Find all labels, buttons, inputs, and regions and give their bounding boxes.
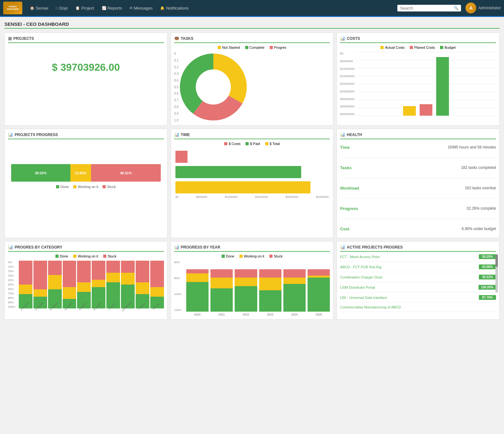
active-project-name[interactable]: Commercialise Manufacturing of ABCD <box>340 305 496 309</box>
health-time: Time 16985 hours and 58 minutes <box>340 145 496 150</box>
nav-reports[interactable]: 📈 Reports <box>99 4 125 12</box>
health-tasks-label: Tasks <box>340 165 351 170</box>
working-seg <box>136 282 149 294</box>
search-box[interactable]: 🔍 <box>397 5 461 11</box>
projects-title-label: PROJECTS <box>13 36 34 41</box>
projects-card-title: ▦ PROJECTS <box>8 36 164 43</box>
project-icon: 📋 <box>75 6 80 10</box>
active-project-name[interactable]: UDI - Universal Data Interface <box>340 296 476 300</box>
year-chart-icon: 📊 <box>174 245 179 250</box>
cat-legend: Done Working on it Stuck <box>8 254 164 258</box>
stuck-seg <box>106 261 120 273</box>
year-legend-done: Done <box>222 254 234 258</box>
active-badge: 100.00% <box>479 285 496 290</box>
projects-value: $ 39703926.00 <box>8 46 164 89</box>
time-x-labels: $0 $500000 $1000000 $1500000 $2000000 $2… <box>175 195 329 199</box>
cat-legend-stuck: Stuck <box>103 254 117 258</box>
dashboard-row-3: 📊 PROGRES BY CATEGORY Done Working on it… <box>4 241 500 320</box>
year-y-axis: 120% 100% 80% 60% <box>174 261 186 312</box>
category-card: 📊 PROGRES BY CATEGORY Done Working on it… <box>4 241 167 320</box>
active-project-name[interactable]: Combination Charger Dock <box>340 275 476 279</box>
nav-project[interactable]: 📋 Project <box>72 4 97 12</box>
tasks-card-title: 🍩 TASKS <box>174 36 330 43</box>
projects-card: ▦ PROJECTS $ 39703926.00 <box>4 33 167 126</box>
stuck-seg <box>150 261 164 287</box>
done-dot <box>56 185 59 188</box>
health-progress-label: Progress <box>340 206 358 211</box>
costs-card: 📊 COSTS Actual Costs Planed Costs Budget <box>337 33 500 126</box>
main-content: SENSEI - CEO DASHBOARD ▦ PROJECTS $ 3970… <box>0 17 504 324</box>
yr-working-seg <box>259 278 281 290</box>
active-item: UDI - Universal Data Interface87.76% <box>340 295 496 300</box>
nav-notifications[interactable]: 🔔 Notifications <box>157 4 192 12</box>
active-item: ABCD - FCT PCB Test Rig43.08% <box>340 264 496 269</box>
costs-dot <box>224 142 227 145</box>
legend-actual: Actual Costs <box>380 46 405 49</box>
nav-notifications-label: Notifications <box>166 6 188 11</box>
paid-label: $ Paid <box>250 142 260 146</box>
total-label: $ Total <box>270 142 280 146</box>
scrollbar-thumb[interactable] <box>495 254 498 267</box>
active-divider <box>340 282 496 282</box>
legend-progres: Progres <box>270 46 287 49</box>
yr-stuck-seg <box>259 269 281 278</box>
legend-complete: Complete <box>245 46 265 49</box>
active-project-name[interactable]: USM Distributor Portal <box>340 286 476 289</box>
projects-chart-icon: ▦ <box>8 36 12 41</box>
brand-logo-area[interactable]: KENDOMANAGER <box>3 2 22 14</box>
costs-time-bar <box>175 151 188 163</box>
yr-working-seg <box>283 278 306 284</box>
stuck-dot <box>103 185 106 188</box>
yr-stuck-seg <box>308 269 330 276</box>
nav-messages[interactable]: ✉ Messages <box>126 4 156 12</box>
total-bar-row <box>175 181 329 193</box>
year-legend-working: Working on it <box>239 254 264 258</box>
active-item: Commercialise Manufacturing of ABCD <box>340 305 496 309</box>
search-icon: 🔍 <box>454 6 458 10</box>
yr-done-seg <box>235 286 257 312</box>
year-bar-col <box>283 261 306 312</box>
costs-bars <box>356 52 496 116</box>
stuck-seg <box>92 261 105 280</box>
dashboard-row-2: 📊 PROJECTS PROGRESS 39.53% 13.95% 46.51%… <box>4 129 500 238</box>
tasks-card: 🍩 TASKS Not Started Complete Progres <box>171 33 334 126</box>
working-seg <box>19 285 32 294</box>
year-chart-area: 120% 100% 80% 60% 2020202120222023202420… <box>174 261 330 316</box>
paid-bar-row <box>175 166 329 178</box>
yr-done-seg <box>210 288 233 312</box>
active-project-name[interactable]: FCT - Mesh Access Point <box>340 255 476 259</box>
user-area[interactable]: A Administrator <box>465 3 501 13</box>
yr-stuck-seg <box>283 269 306 278</box>
stuck-label: Stuck <box>107 185 116 189</box>
active-card-title: 📊 ACTIVE PROJECTS PROGRES <box>340 245 496 252</box>
pp-legend-stuck: Stuck <box>103 185 116 189</box>
working-seg <box>63 287 76 299</box>
active-badge: 43.08% <box>479 264 496 269</box>
scrollbar[interactable] <box>495 254 498 293</box>
year-legend: Done Working on it Stuck <box>174 254 330 258</box>
stuck-seg <box>48 261 62 275</box>
search-input[interactable] <box>400 6 452 11</box>
costs-legend: Actual Costs Planed Costs Budget <box>340 46 496 49</box>
cat-legend-working: Working on it <box>73 254 98 258</box>
yr-done-seg <box>186 282 209 312</box>
time-title-label: TIME <box>181 133 190 137</box>
notifications-icon: 🔔 <box>160 6 165 10</box>
total-dot <box>265 142 268 145</box>
cat-bar-col <box>48 261 62 308</box>
active-divider <box>340 262 496 262</box>
working-seg <box>92 280 105 287</box>
year-bar-col <box>210 261 233 312</box>
costs-y-axis: $40000000 $35000000 $30000000 $25000000 … <box>340 52 354 116</box>
cat-bar-col <box>63 261 76 308</box>
nav-sensei[interactable]: 🏠 Sensei <box>27 4 52 12</box>
active-project-name[interactable]: ABCD - FCT PCB Test Rig <box>340 265 476 269</box>
health-time-value: 16985 hours and 58 minutes <box>448 145 496 149</box>
cat-x-labels: al projectscs projectsal Projectsia proj… <box>19 309 164 313</box>
not-started-dot <box>218 46 221 49</box>
nav-reports-label: Reports <box>108 6 122 11</box>
pp-title-label: PROJECTS PROGRESS <box>15 133 58 137</box>
yr-stuck-seg <box>186 269 209 273</box>
nav-dojo[interactable]: □ Dojo <box>53 4 71 12</box>
nav-dojo-label: Dojo <box>59 6 68 11</box>
